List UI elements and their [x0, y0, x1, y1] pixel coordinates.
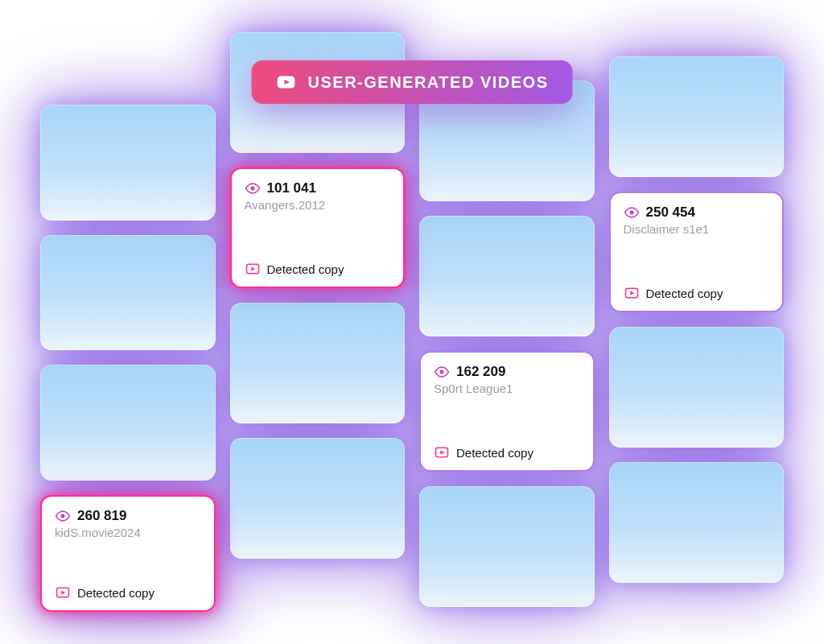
video-grid-stage: 260 819 kidS.movie2024 Detected copy — [0, 0, 824, 644]
play-icon — [624, 285, 640, 301]
detected-copy-badge: Detected copy — [55, 584, 201, 601]
header-label: USER-GENERATED VIDEOS — [308, 73, 549, 92]
view-count: 101 041 — [245, 180, 391, 196]
video-title: Avangers.2012 — [245, 198, 391, 212]
view-count-value: 250 454 — [646, 204, 695, 221]
detected-copy-label: Detected copy — [456, 446, 534, 460]
detected-copy-label: Detected copy — [646, 287, 723, 300]
view-count-value: 101 041 — [267, 180, 316, 196]
play-icon — [276, 72, 297, 93]
detected-copy-card[interactable]: 260 819 kidS.movie2024 Detected copy — [40, 495, 216, 612]
video-thumbnail[interactable] — [419, 216, 595, 336]
svg-point-2 — [250, 187, 254, 191]
view-count: 260 819 — [55, 508, 201, 524]
eye-icon — [434, 364, 450, 380]
grid-column: 260 819 kidS.movie2024 Detected copy — [40, 105, 216, 612]
view-count: 250 454 — [624, 204, 770, 221]
grid-column: 250 454 Disclaimer s1e1 Detected copy — [609, 56, 785, 612]
video-title: Sp0rt League1 — [434, 382, 580, 395]
detected-copy-label: Detected copy — [77, 586, 154, 600]
play-icon — [245, 261, 261, 277]
video-thumbnail[interactable] — [609, 327, 785, 448]
video-title: Disclaimer s1e1 — [624, 222, 770, 236]
video-thumbnail[interactable] — [419, 486, 595, 607]
detected-copy-card[interactable]: 250 454 Disclaimer s1e1 Detected copy — [609, 192, 785, 312]
video-thumbnail[interactable] — [40, 105, 216, 221]
video-thumbnail[interactable] — [40, 365, 216, 481]
svg-point-4 — [440, 370, 444, 374]
video-thumbnail[interactable] — [609, 56, 785, 177]
detected-copy-badge: Detected copy — [434, 444, 580, 460]
header-badge: USER-GENERATED VIDEOS — [252, 60, 573, 104]
video-thumbnail[interactable] — [609, 462, 785, 583]
video-grid-board: 260 819 kidS.movie2024 Detected copy — [40, 32, 784, 612]
grid-column: 162 209 Sp0rt League1 Detected copy — [419, 80, 595, 612]
eye-icon — [245, 180, 261, 196]
view-count-value: 260 819 — [77, 508, 126, 524]
detected-copy-badge: Detected copy — [624, 285, 770, 301]
detected-copy-label: Detected copy — [267, 262, 344, 276]
detected-copy-badge: Detected copy — [245, 261, 391, 277]
eye-icon — [624, 204, 640, 221]
play-icon — [434, 444, 450, 460]
svg-point-0 — [61, 514, 65, 518]
video-title: kidS.movie2024 — [55, 526, 201, 539]
play-icon — [55, 584, 71, 601]
detected-copy-card[interactable]: 162 209 Sp0rt League1 Detected copy — [419, 351, 595, 472]
eye-icon — [55, 508, 71, 524]
svg-point-6 — [629, 211, 633, 215]
view-count: 162 209 — [434, 364, 580, 380]
video-thumbnail[interactable] — [230, 303, 406, 423]
view-count-value: 162 209 — [456, 364, 505, 380]
detected-copy-card[interactable]: 101 041 Avangers.2012 Detected copy — [230, 167, 406, 288]
video-thumbnail[interactable] — [230, 438, 406, 559]
video-thumbnail[interactable] — [40, 235, 216, 351]
grid-column: 101 041 Avangers.2012 Detected copy — [230, 32, 406, 612]
